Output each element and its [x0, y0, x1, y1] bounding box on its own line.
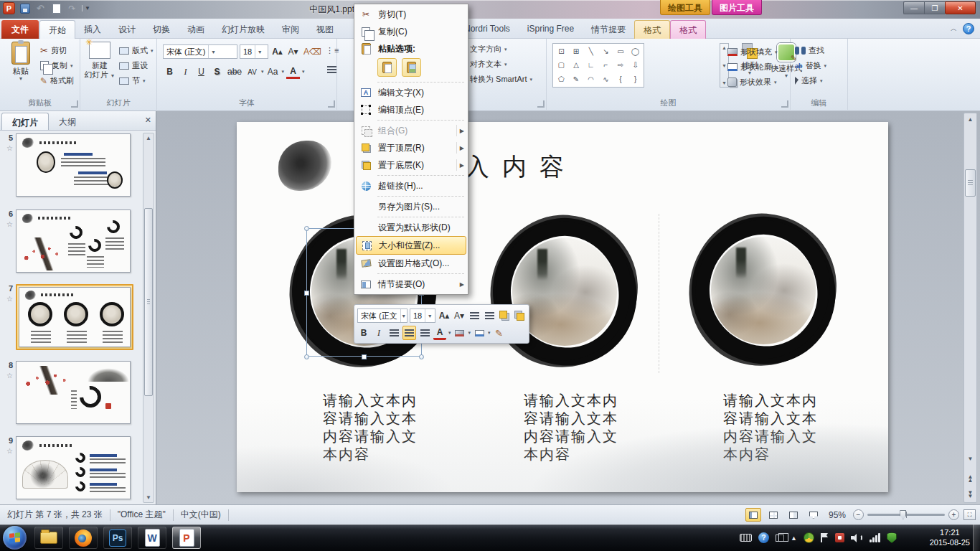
tray-window-icon[interactable]: [776, 534, 784, 542]
scrollbar-thumb[interactable]: [965, 169, 976, 197]
help-button[interactable]: ?: [963, 23, 974, 34]
mini-align-right-button[interactable]: [418, 326, 431, 340]
save-button[interactable]: [19, 2, 31, 14]
replace-button[interactable]: ab替换▾: [795, 58, 826, 73]
tab-outline[interactable]: 大纲: [49, 113, 86, 130]
tab-design[interactable]: 设计: [110, 20, 144, 39]
mini-send-backward-button[interactable]: [513, 309, 526, 323]
tab-ispring-free[interactable]: iSpring Free: [519, 20, 583, 39]
taskbar-word-button[interactable]: W: [138, 527, 166, 549]
zoom-slider-track[interactable]: [867, 514, 945, 516]
enso-circle-2[interactable]: [493, 218, 636, 366]
scroll-up-icon[interactable]: ▲: [143, 135, 154, 141]
previous-slide-button[interactable]: ▲▲: [964, 475, 976, 482]
menu-item-edit-text[interactable]: A编辑文字(X): [356, 84, 466, 101]
italic-button[interactable]: I: [179, 65, 192, 79]
menu-item-hyperlink[interactable]: 超链接(H)...: [356, 177, 466, 194]
tab-storyboard[interactable]: 情节提要: [583, 20, 634, 39]
menu-item-copy[interactable]: 复制(C): [356, 23, 466, 40]
enso-circle-3[interactable]: [692, 217, 835, 364]
taskbar-photoshop-button[interactable]: Ps: [103, 527, 132, 549]
zoom-out-button[interactable]: −: [853, 509, 864, 520]
shape-effects-button[interactable]: 形状效果▾: [727, 75, 778, 90]
slide-title-text[interactable]: 入内容: [465, 151, 577, 184]
mini-align-center-button[interactable]: [402, 326, 416, 340]
mini-decrease-indent-button[interactable]: [468, 309, 481, 323]
slide-thumbnail-7-selected[interactable]: 7☆: [1, 284, 133, 350]
tab-file[interactable]: 文件: [1, 20, 39, 39]
theme-name[interactable]: "Office 主题": [110, 509, 173, 521]
menu-item-send-to-back[interactable]: 置于底层(K)▶: [356, 156, 466, 174]
selection-handle-w[interactable]: [304, 291, 309, 296]
selection-handle-se[interactable]: [419, 354, 424, 359]
shrink-font-button[interactable]: A▾: [286, 44, 300, 59]
body-text-2[interactable]: 请输入文本内容请输入文本内容请输入文本内容: [524, 392, 628, 463]
thumbnail-image[interactable]: [16, 133, 131, 197]
font-size-dropdown-arrow[interactable]: ▼: [255, 45, 264, 58]
taskbar-clock[interactable]: 17:21 2015-08-25: [930, 527, 970, 547]
align-text-button[interactable]: 对齐文本▾: [470, 57, 532, 72]
tab-transitions[interactable]: 切换: [144, 20, 179, 39]
mini-increase-indent-button[interactable]: [483, 309, 496, 323]
slide-thumbnail-8[interactable]: 8☆: [1, 361, 131, 424]
reset-button[interactable]: 重设: [119, 58, 154, 73]
close-button[interactable]: ✕: [945, 1, 976, 14]
slide-thumbnail-6[interactable]: 6☆: [1, 209, 131, 273]
tab-picture-format[interactable]: 格式: [670, 20, 706, 39]
mini-format-painter-button[interactable]: ✎: [493, 326, 506, 340]
thumbnail-image[interactable]: [16, 209, 131, 273]
customize-qat-dropdown[interactable]: ▼: [82, 5, 90, 11]
mini-shrink-font-button[interactable]: A▾: [453, 309, 466, 323]
reading-view-button[interactable]: [786, 508, 801, 522]
show-desktop-button[interactable]: [973, 524, 980, 551]
layout-button[interactable]: 版式▾: [119, 43, 154, 58]
mini-bold-button[interactable]: B: [357, 326, 370, 340]
convert-smartart-button[interactable]: 转换为 SmartArt▾: [470, 72, 532, 87]
vertical-scrollbar[interactable]: ▲ ▼ ▲▲ ▼▼: [963, 113, 977, 503]
tray-app-icon[interactable]: [835, 533, 844, 542]
paste-dropdown-arrow[interactable]: ▼: [1, 76, 40, 81]
clear-formatting-button[interactable]: A⌫: [302, 44, 323, 59]
thumbnail-image[interactable]: [16, 361, 131, 424]
shape-outline-button[interactable]: 形状轮廓▾: [727, 60, 778, 75]
body-text-3[interactable]: 请输入文本内容请输入文本内容请输入文本内容: [723, 392, 828, 463]
underline-button[interactable]: U: [194, 65, 208, 79]
copy-button[interactable]: 复制▾: [40, 58, 74, 73]
selection-handle-nw[interactable]: [304, 226, 309, 231]
fit-to-window-button[interactable]: ⛶: [963, 509, 976, 520]
body-text-1[interactable]: 请输入文本内容请输入文本内容请输入文本内容: [323, 392, 428, 463]
bullets-icon[interactable]: ⋮≡: [326, 46, 339, 55]
font-dialog-launcher[interactable]: [328, 100, 335, 108]
grow-font-button[interactable]: A▴: [270, 44, 284, 59]
shadow-button[interactable]: S: [210, 65, 224, 79]
menu-item-set-default-shape[interactable]: 设置为默认形状(D): [356, 219, 466, 236]
mini-bring-forward-button[interactable]: [498, 309, 511, 323]
submenu-arrow-icon[interactable]: ▶: [460, 145, 464, 151]
security-shield-icon[interactable]: [887, 532, 897, 543]
font-color-dropdown[interactable]: ▾: [448, 330, 451, 336]
zoom-percentage[interactable]: 95%: [829, 510, 846, 520]
powerpoint-app-icon[interactable]: P: [3, 2, 15, 14]
new-document-button[interactable]: [50, 2, 62, 14]
shapes-gallery[interactable]: ⊡⊞╲↘▭◯ ▢△∟⌐⇨⇩ ⬠✎◠∿{}: [552, 43, 644, 88]
tab-review[interactable]: 审阅: [273, 20, 308, 39]
normal-view-button[interactable]: [745, 508, 761, 522]
mini-shape-fill-button[interactable]: [453, 326, 466, 340]
volume-icon[interactable]: [851, 533, 863, 542]
mini-grow-font-button[interactable]: A▴: [438, 309, 451, 323]
zoom-in-button[interactable]: +: [948, 509, 959, 520]
selection-handle-s[interactable]: [362, 354, 367, 359]
tab-drawing-format[interactable]: 格式: [634, 20, 670, 39]
mini-shape-outline-button[interactable]: [473, 326, 486, 340]
menu-item-save-as-picture[interactable]: 另存为图片(S)...: [356, 198, 466, 215]
selection-handle-sw[interactable]: [304, 354, 309, 359]
paste-as-picture-button[interactable]: [402, 58, 421, 77]
character-spacing-button[interactable]: AV: [245, 65, 259, 79]
mini-italic-button[interactable]: I: [372, 326, 385, 340]
clipboard-dialog-launcher[interactable]: [71, 100, 78, 108]
menu-item-edit-points[interactable]: 编辑顶点(E): [356, 101, 466, 118]
font-size-combo[interactable]: 18▼: [240, 44, 268, 59]
drawing-dialog-launcher[interactable]: [781, 100, 788, 108]
font-color-dropdown[interactable]: ▾: [302, 69, 305, 75]
change-case-button[interactable]: Aa: [266, 65, 280, 79]
